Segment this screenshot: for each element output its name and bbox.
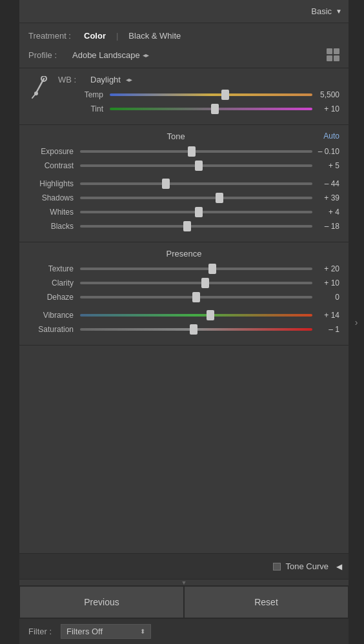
temp-slider-track[interactable]	[110, 90, 312, 100]
saturation-slider-track[interactable]	[80, 324, 312, 335]
treatment-row: Treatment : Color | Black & White	[28, 30, 339, 42]
texture-slider-track[interactable]	[80, 264, 312, 274]
highlights-slider-track[interactable]	[80, 179, 312, 189]
contrast-value: + 5	[312, 161, 339, 170]
shadows-slider-row: Shadows + 39	[28, 193, 339, 203]
tone-auto-button[interactable]: Auto	[323, 132, 339, 141]
profile-label: Profile :	[28, 50, 67, 60]
highlights-value: – 44	[312, 179, 339, 188]
exposure-track	[80, 150, 312, 153]
tone-section: Tone Auto Exposure – 0.10 Contrast	[19, 125, 349, 242]
texture-thumb[interactable]	[208, 264, 216, 274]
panel-title: Basic	[311, 6, 332, 16]
shadows-thumb[interactable]	[216, 193, 223, 203]
wb-arrow: ◂▸	[126, 76, 132, 83]
blacks-thumb[interactable]	[183, 221, 191, 231]
temp-label: Temp	[58, 90, 110, 99]
dehaze-track	[80, 296, 312, 298]
contrast-slider-row: Contrast + 5	[28, 161, 339, 171]
tint-track	[110, 108, 312, 110]
profile-grid-icon[interactable]	[327, 48, 339, 61]
tint-slider-track[interactable]	[110, 104, 312, 114]
clarity-track	[80, 282, 312, 284]
filter-select[interactable]: Filters Off ⬍	[61, 624, 151, 639]
vibrance-value: + 14	[312, 311, 339, 320]
eyedropper-icon	[31, 76, 49, 99]
whites-thumb[interactable]	[195, 207, 203, 217]
tone-title: Tone Auto	[28, 132, 339, 141]
dehaze-value: 0	[312, 293, 339, 302]
reset-button[interactable]: Reset	[184, 586, 349, 618]
presence-title: Presence	[28, 249, 339, 259]
whites-label: Whites	[28, 208, 80, 217]
dehaze-slider-row: Dehaze 0	[28, 292, 339, 302]
panel-content: Treatment : Color | Black & White Profil…	[19, 23, 349, 553]
profile-row: Profile : Adobe Landscape ◂▸	[28, 48, 339, 61]
grid-icon-container	[327, 48, 339, 61]
shadows-track	[80, 197, 312, 199]
tone-curve-bar[interactable]: Tone Curve ◀	[19, 553, 349, 579]
vibrance-slider-track[interactable]	[80, 310, 312, 320]
clarity-label: Clarity	[28, 278, 80, 288]
filter-arrow: ⬍	[140, 628, 145, 635]
contrast-thumb[interactable]	[195, 161, 203, 171]
whites-slider-track[interactable]	[80, 207, 312, 217]
vibrance-label: Vibrance	[28, 311, 80, 320]
vibrance-slider-row: Vibrance + 14	[28, 310, 339, 320]
clarity-slider-track[interactable]	[80, 278, 312, 288]
dehaze-thumb[interactable]	[192, 292, 200, 302]
saturation-value: – 1	[312, 325, 339, 334]
treatment-bw-button[interactable]: Black & White	[126, 30, 183, 42]
tint-label: Tint	[58, 104, 110, 113]
bottom-buttons: Previous Reset	[19, 585, 349, 618]
wb-value: Daylight	[90, 75, 121, 84]
highlights-thumb[interactable]	[162, 179, 170, 189]
treatment-color-button[interactable]: Color	[81, 30, 108, 42]
saturation-track	[80, 328, 312, 331]
saturation-slider-row: Saturation – 1	[28, 324, 339, 335]
tone-curve-label: Tone Curve	[286, 561, 329, 571]
blacks-slider-track[interactable]	[80, 221, 312, 231]
clarity-value: + 10	[312, 278, 339, 288]
whites-slider-row: Whites + 4	[28, 207, 339, 217]
profile-dropdown[interactable]: Adobe Landscape ◂▸	[72, 50, 149, 60]
clarity-slider-row: Clarity + 10	[28, 278, 339, 288]
wb-dropdown[interactable]: Daylight ◂▸	[90, 75, 132, 84]
right-edge-panel: ›	[349, 0, 364, 644]
clarity-thumb[interactable]	[201, 278, 209, 288]
contrast-slider-track[interactable]	[80, 161, 312, 171]
eyedropper-tool[interactable]	[28, 75, 52, 101]
wb-label: WB :	[58, 75, 77, 84]
vibrance-track	[80, 314, 312, 317]
contrast-track	[80, 164, 312, 167]
profile-value: Adobe Landscape	[72, 50, 140, 60]
profile-arrow: ◂▸	[143, 52, 149, 59]
texture-label: Texture	[28, 264, 80, 273]
dehaze-label: Dehaze	[28, 293, 80, 302]
texture-value: + 20	[312, 264, 339, 273]
temp-slider-row: Temp 5,500	[58, 90, 339, 100]
shadows-label: Shadows	[28, 193, 80, 202]
tint-thumb[interactable]	[211, 104, 219, 114]
saturation-thumb[interactable]	[190, 324, 197, 335]
scroll-down-indicator: ▼	[181, 580, 187, 586]
temp-thumb[interactable]	[221, 90, 229, 100]
exposure-thumb[interactable]	[188, 146, 196, 157]
panel-header: Basic ▼	[19, 0, 349, 23]
exposure-slider-track[interactable]	[80, 146, 312, 157]
whites-value: + 4	[312, 208, 339, 217]
blacks-label: Blacks	[28, 222, 80, 231]
vibrance-thumb[interactable]	[207, 310, 214, 320]
tone-curve-arrow: ◀	[336, 562, 342, 571]
dehaze-slider-track[interactable]	[80, 292, 312, 302]
highlights-track	[80, 182, 312, 185]
whites-track	[80, 211, 312, 213]
panel-expand-arrow[interactable]: ›	[355, 317, 358, 327]
contrast-label: Contrast	[28, 161, 80, 170]
wb-row: WB : Daylight ◂▸	[58, 75, 339, 84]
panel-collapse-arrow[interactable]: ▼	[336, 8, 342, 15]
previous-button[interactable]: Previous	[19, 586, 184, 618]
wb-controls: WB : Daylight ◂▸ Temp 5,500	[58, 75, 339, 118]
shadows-slider-track[interactable]	[80, 193, 312, 203]
saturation-label: Saturation	[28, 325, 80, 334]
